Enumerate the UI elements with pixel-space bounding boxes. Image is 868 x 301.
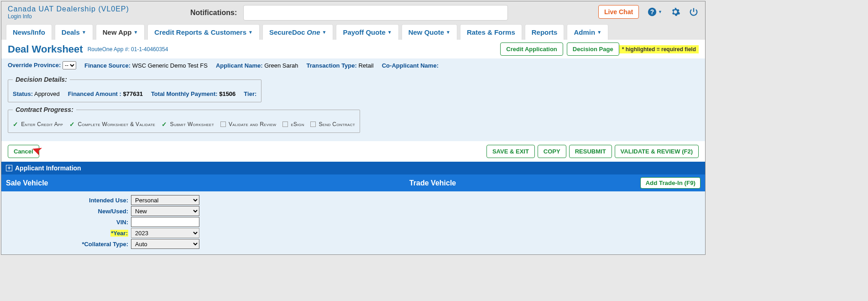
progress-step-label: Enter Credit App	[21, 121, 63, 127]
checkbox-icon	[220, 121, 226, 127]
progress-step-label: eSign	[291, 121, 304, 127]
power-icon[interactable]	[689, 7, 699, 17]
chevron-down-icon: ▼	[248, 30, 253, 35]
year-label: *Year:	[8, 230, 131, 237]
decision-details-legend: Decision Details:	[13, 76, 70, 83]
top-bar: Canada UAT Dealership (VL0EP) Login Info…	[1, 1, 705, 24]
check-icon: ✓	[162, 121, 167, 128]
progress-step: ✓Submit Worksheet	[162, 121, 214, 128]
tab-securedocone[interactable]: SecureDocOne▼	[262, 24, 333, 40]
login-info-link[interactable]: Login Info	[8, 13, 181, 20]
svg-text:?: ?	[650, 9, 654, 16]
applicant-name-label: Applicant Name:	[216, 62, 263, 69]
dealer-name: Canada UAT Dealership (VL0EP)	[8, 5, 181, 13]
financed-amount-value: $77631	[123, 90, 143, 97]
notifications-box[interactable]	[243, 5, 508, 21]
co-applicant-label: Co-Applicant Name:	[382, 62, 439, 69]
status-value: Approved	[34, 90, 60, 97]
progress-step: ✓Complete Worksheet & Validate	[69, 121, 155, 128]
tab-new-app[interactable]: New App▼	[96, 24, 145, 40]
sale-vehicle-title: Sale Vehicle	[6, 179, 48, 187]
override-province-select[interactable]: --	[63, 61, 76, 69]
tab-credit-reports-customers[interactable]: Credit Reports & Customers▼	[147, 24, 260, 40]
new-used-label: New/Used:	[8, 208, 131, 215]
tab-rates-forms[interactable]: Rates & Forms	[460, 24, 522, 40]
nav-tabs: News/InfoDeals▼New App▼Credit Reports & …	[1, 24, 705, 40]
decision-details-fieldset: Decision Details: Status: Approved Finan…	[8, 76, 261, 102]
tab-news-info[interactable]: News/Info	[6, 24, 52, 40]
notifications-label: Notifications:	[190, 9, 237, 17]
vehicle-section-header: Sale Vehicle Trade Vehicle Add Trade-In …	[1, 174, 705, 191]
progress-step-label: Send Contract	[319, 121, 355, 127]
applicant-info-title: Applicant Information	[15, 164, 81, 172]
app-number: RouteOne App #: 01-1-40460354	[88, 46, 168, 53]
copy-button[interactable]: COPY	[538, 145, 566, 158]
progress-step-label: Complete Worksheet & Validate	[78, 121, 156, 127]
finance-source-value: WSC Generic Demo Test FS	[132, 62, 208, 69]
collateral-type-label: *Collateral Type:	[8, 241, 131, 248]
collateral-type-select[interactable]: Auto	[131, 239, 199, 249]
checkbox-icon	[282, 121, 288, 127]
tab-reports[interactable]: Reports	[525, 24, 565, 40]
transaction-type-value: Retail	[358, 62, 373, 69]
decision-page-button[interactable]: Decision Page	[567, 42, 619, 56]
gear-icon[interactable]	[670, 7, 680, 17]
sale-vehicle-form: Intended Use: Personal New/Used: New VIN…	[1, 191, 705, 254]
tab-admin[interactable]: Admin▼	[567, 24, 608, 40]
progress-step: ✓Enter Credit App	[13, 121, 63, 128]
check-icon: ✓	[13, 121, 18, 128]
tier-label: Tier:	[244, 90, 256, 97]
required-field-note: * highlighted = required field	[619, 45, 699, 53]
vin-label: VIN:	[8, 219, 131, 226]
applicant-info-header: + Applicant Information	[1, 162, 705, 174]
year-select[interactable]: 2023	[131, 228, 199, 238]
deal-meta-row: Override Province: -- Finance Source: WS…	[1, 58, 705, 72]
monthly-payment-label: Total Monthly Payment:	[151, 90, 218, 97]
chevron-down-icon: ▼	[133, 30, 138, 35]
chevron-down-icon: ▼	[322, 30, 326, 35]
live-chat-button[interactable]: Live Chat	[598, 5, 639, 19]
applicant-name-value: Green Sarah	[264, 62, 298, 69]
contract-progress-fieldset: Contract Progress: ✓Enter Credit App✓Com…	[8, 106, 360, 133]
help-icon[interactable]: ? ▼	[647, 7, 662, 17]
vin-input[interactable]	[131, 217, 199, 227]
expand-icon[interactable]: +	[6, 165, 12, 171]
tab-deals[interactable]: Deals▼	[55, 24, 93, 40]
progress-step: Send Contract	[310, 121, 355, 127]
validate-review-button[interactable]: VALIDATE & REVIEW (F2)	[615, 145, 699, 158]
contract-progress-legend: Contract Progress:	[13, 106, 76, 113]
tab-new-quote[interactable]: New Quote▼	[402, 24, 457, 40]
tab-payoff-quote[interactable]: Payoff Quote▼	[336, 24, 398, 40]
intended-use-label: Intended Use:	[8, 197, 131, 204]
finance-source-label: Finance Source:	[84, 62, 131, 69]
chevron-down-icon: ▼	[597, 30, 601, 35]
chevron-down-icon: ▼	[82, 30, 86, 35]
chevron-down-icon: ▼	[446, 30, 450, 35]
page-title: Deal Worksheet	[8, 43, 83, 55]
cancel-button[interactable]: Cancel	[8, 145, 39, 158]
intended-use-select[interactable]: Personal	[131, 195, 199, 205]
add-trade-in-button[interactable]: Add Trade-In (F9)	[640, 177, 701, 189]
progress-step: Validate and Review	[220, 121, 276, 127]
progress-step-label: Submit Worksheet	[170, 121, 214, 127]
resubmit-button[interactable]: RESUBMIT	[569, 145, 612, 158]
transaction-type-label: Transaction Type:	[307, 62, 357, 69]
checkbox-icon	[310, 121, 316, 127]
status-label: Status:	[13, 90, 33, 97]
progress-step: eSign	[282, 121, 304, 127]
trade-vehicle-title: Trade Vehicle	[409, 179, 456, 187]
override-province-label: Override Province:	[8, 62, 61, 69]
check-icon: ✓	[69, 121, 75, 128]
chevron-down-icon: ▼	[387, 30, 392, 35]
credit-application-button[interactable]: Credit Application	[500, 42, 563, 56]
financed-amount-label: Financed Amount :	[68, 90, 121, 97]
progress-step-label: Validate and Review	[229, 121, 276, 127]
save-exit-button[interactable]: SAVE & EXIT	[486, 145, 535, 158]
monthly-payment-value: $1506	[219, 90, 235, 97]
new-used-select[interactable]: New	[131, 206, 199, 216]
